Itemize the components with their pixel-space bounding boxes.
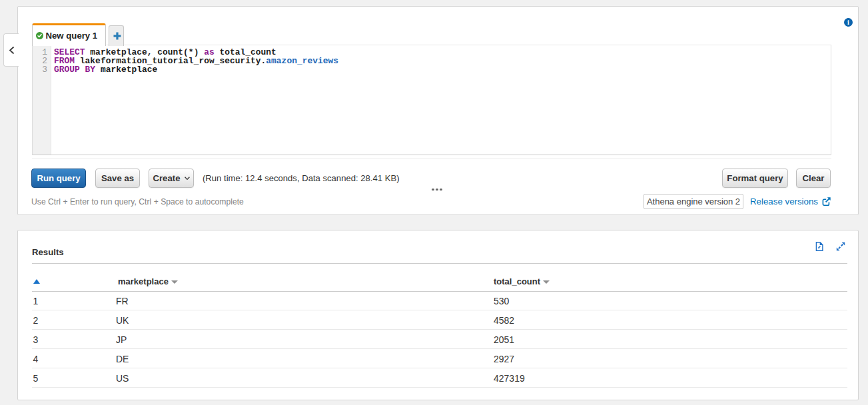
new-tab-button[interactable] <box>109 25 124 46</box>
release-versions-link[interactable]: Release versions <box>750 197 831 206</box>
table-cell: 4 <box>33 349 39 368</box>
table-cell: 530 <box>494 291 509 310</box>
svg-text:i: i <box>847 19 849 26</box>
sort-ascending-icon <box>33 279 40 284</box>
table-cell: 427319 <box>494 368 525 388</box>
download-results-icon[interactable] <box>815 242 824 251</box>
plus-icon <box>113 32 121 40</box>
table-row[interactable]: 1FR530 <box>32 291 847 310</box>
save-as-button[interactable]: Save as <box>95 169 140 188</box>
table-cell: 4582 <box>494 310 514 330</box>
column-header-marketplace[interactable]: marketplace <box>118 272 178 290</box>
keyboard-hint: Use Ctrl + Enter to run query, Ctrl + Sp… <box>31 197 244 206</box>
table-cell: JP <box>116 330 127 349</box>
resize-handle[interactable] <box>432 189 442 191</box>
results-table-header: marketplace total_count <box>32 272 847 291</box>
code-line: FROM lakeformation_tutorial_row_security… <box>54 57 831 65</box>
dot <box>432 189 434 191</box>
column-header-total-count[interactable]: total_count <box>494 272 550 290</box>
clear-button[interactable]: Clear <box>796 169 831 188</box>
column-menu-caret-icon[interactable] <box>543 280 550 284</box>
chevron-left-icon <box>9 46 15 55</box>
table-cell: 2051 <box>494 330 514 349</box>
table-cell: 1 <box>33 291 39 310</box>
expand-results-icon[interactable] <box>836 242 845 251</box>
external-link-icon <box>822 197 831 206</box>
create-button-label: Create <box>153 173 180 183</box>
tab-new-query-1[interactable]: New query 1 <box>32 23 106 46</box>
run-query-button[interactable]: Run query <box>31 169 86 188</box>
query-editor-panel: New query 1 i 123 SELECT marketplace, co… <box>17 6 859 215</box>
table-row[interactable]: 4DE2927 <box>32 349 847 368</box>
results-table: marketplace total_count 1FR5302UK45823JP… <box>32 272 847 388</box>
sql-editor[interactable]: 123 SELECT marketplace, count(*) as tota… <box>32 45 831 155</box>
column-header-row-number[interactable] <box>32 272 40 290</box>
column-menu-caret-icon[interactable] <box>171 280 178 284</box>
column-label-marketplace: marketplace <box>118 276 169 286</box>
table-cell: 5 <box>33 368 39 388</box>
table-row[interactable]: 2UK4582 <box>32 310 847 330</box>
table-cell: 2927 <box>494 349 514 368</box>
results-panel: Results marketplace total_co <box>17 230 859 400</box>
table-cell: 3 <box>33 330 39 349</box>
table-cell: DE <box>116 349 129 368</box>
results-divider <box>32 263 847 264</box>
table-cell: FR <box>116 291 129 310</box>
engine-version-badge: Athena engine version 2 <box>644 194 743 209</box>
check-circle-icon <box>36 32 43 39</box>
dot <box>440 189 442 191</box>
table-row[interactable]: 5US427319 <box>32 368 847 388</box>
format-query-button[interactable]: Format query <box>722 169 788 188</box>
diagonal-arrows-icon <box>836 242 845 251</box>
info-circle-icon: i <box>844 18 853 27</box>
table-cell: UK <box>116 310 129 330</box>
chevron-down-icon <box>185 177 190 181</box>
column-label-total-count: total_count <box>494 276 540 286</box>
collapse-panel-handle[interactable] <box>3 33 19 67</box>
file-download-icon <box>815 242 824 251</box>
results-table-body: 1FR5302UK45823JP20514DE29275US427319 <box>32 291 847 388</box>
info-icon[interactable]: i <box>844 17 853 26</box>
editor-resize-bar[interactable] <box>32 158 831 159</box>
table-cell: US <box>116 368 129 388</box>
tab-label: New query 1 <box>46 31 98 41</box>
sql-code: SELECT marketplace, count(*) as total_co… <box>54 48 831 74</box>
create-button[interactable]: Create <box>149 169 194 188</box>
run-statistics: (Run time: 12.4 seconds, Data scanned: 2… <box>203 169 400 188</box>
editor-line-numbers: 123 <box>33 45 51 155</box>
dot <box>436 189 438 191</box>
code-line: GROUP BY marketplace <box>54 65 831 74</box>
release-versions-label: Release versions <box>750 197 818 206</box>
line-number: 3 <box>33 65 47 74</box>
table-cell: 2 <box>33 310 39 330</box>
table-row[interactable]: 3JP2051 <box>32 330 847 349</box>
results-title: Results <box>32 247 64 257</box>
